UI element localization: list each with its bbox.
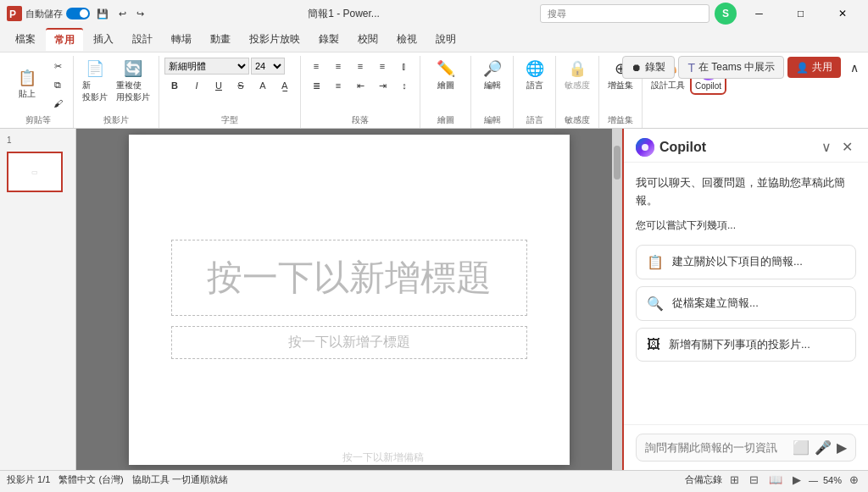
copilot-send-button[interactable]: ▶ (837, 439, 847, 456)
font-row2: B I U S A A̲ (164, 77, 295, 94)
ribbon-group-paragraph: ≡ ≡ ≡ ≡ ⫿ ≣ ≡ ⇤ ⇥ ↕ 段落 (301, 56, 420, 128)
copilot-input[interactable] (645, 441, 787, 454)
language-button[interactable]: 🌐 語言 (519, 58, 550, 94)
tab-record[interactable]: 錄製 (310, 29, 348, 50)
suggestion-text-1: 從檔案建立簡報... (672, 296, 759, 311)
vertical-scrollbar[interactable] (612, 129, 622, 470)
search-input[interactable] (540, 4, 709, 23)
slide-canvas[interactable]: 按一下以新增標題 按一下以新增子標題 (129, 135, 570, 465)
suggestion-item-0[interactable]: 📋 建立關於以下項目的簡報... (636, 245, 856, 279)
window-title: 簡報1 - Power... (153, 7, 535, 21)
columns-button[interactable]: ⫿ (394, 58, 415, 75)
copilot-mic-button[interactable]: 🎤 (815, 439, 832, 456)
format-painter-button[interactable]: 🖌 (47, 95, 68, 112)
editing-button[interactable]: 🔎 編輯 (476, 58, 508, 94)
scroll-thumb[interactable] (614, 146, 620, 180)
teams-button[interactable]: T 在 Teams 中展示 (678, 56, 784, 79)
slideshow-button[interactable]: ▶ (790, 473, 804, 487)
indent-increase-button[interactable]: ⇥ (372, 77, 392, 94)
reading-view-button[interactable]: 📖 (766, 473, 785, 487)
line-spacing-button[interactable]: ↕ (394, 77, 415, 94)
notes-label: 合備忘錄 (685, 473, 722, 486)
copilot-attach-button[interactable]: ⬜ (793, 439, 810, 456)
notes-placeholder[interactable]: 按一下以新增備稿 (161, 451, 605, 465)
drawing-button[interactable]: ✏️ 繪圖 (426, 58, 465, 94)
align-left-button[interactable]: ≡ (306, 58, 326, 75)
indent-decrease-button[interactable]: ⇤ (350, 77, 370, 94)
undo-button[interactable]: ↩ (115, 7, 130, 21)
app-icon: P (7, 6, 22, 21)
svg-point-5 (642, 144, 648, 151)
slides-row: 📄 新投影片 🔄 重複使用投影片 (79, 58, 153, 106)
italic-button[interactable]: I (186, 77, 207, 94)
cut-button[interactable]: ✂ (47, 58, 68, 75)
normal-view-button[interactable]: ⊞ (727, 473, 742, 487)
new-slide-button[interactable]: 📄 新投影片 (79, 58, 111, 106)
ribbon-group-clipboard: 📋 貼上 ✂ ⧉ 🖌 剪貼等 (3, 56, 74, 128)
tab-home[interactable]: 常用 (46, 28, 83, 51)
bold-button[interactable]: B (164, 77, 185, 94)
font-name-select[interactable]: 新細明體 (164, 58, 249, 75)
paste-icon: 📋 (18, 69, 36, 88)
copilot-body: 我可以聊天、回覆問題，並協助您草稿此簡報。 您可以嘗試下列幾項... 📋 建立關… (624, 163, 868, 424)
redo-button[interactable]: ↪ (133, 7, 147, 21)
autosave-switch[interactable] (66, 8, 90, 19)
user-avatar[interactable]: S (715, 3, 737, 25)
font-color-button[interactable]: A (253, 77, 273, 94)
paragraph-label: 段落 (301, 114, 420, 126)
text-highlight-button[interactable]: A̲ (275, 77, 295, 94)
slide-thumb-text: ▭ (31, 169, 38, 176)
justify-button[interactable]: ≡ (372, 58, 392, 75)
maximize-button[interactable]: □ (782, 0, 820, 27)
paste-button[interactable]: 📋 貼上 (8, 67, 46, 103)
share-icon: 👤 (796, 62, 809, 74)
copilot-close-button[interactable]: ✕ (838, 137, 856, 157)
close-button[interactable]: ✕ (823, 0, 861, 27)
minimize-button[interactable]: ─ (740, 0, 778, 27)
sensitivity-button[interactable]: 🔒 敏感度 (561, 58, 593, 94)
tab-help[interactable]: 說明 (427, 29, 465, 50)
tab-design[interactable]: 設計 (124, 29, 161, 50)
copilot-collapse-button[interactable]: ∨ (818, 137, 835, 157)
reuse-slide-button[interactable]: 🔄 重複使用投影片 (113, 58, 153, 106)
tab-animations[interactable]: 動畫 (202, 29, 239, 50)
underline-button[interactable]: U (209, 77, 229, 94)
para-row1: ≡ ≡ ≡ ≡ ⫿ (306, 58, 415, 75)
suggestion-item-1[interactable]: 🔍 從檔案建立簡報... (636, 286, 856, 321)
collapse-ribbon-button[interactable]: ∧ (844, 59, 865, 76)
zoom-fit-button[interactable]: ⊕ (847, 473, 861, 487)
ribbon-group-sensitivity: 🔒 敏感度 敏感度 (556, 56, 599, 128)
tab-file[interactable]: 檔案 (7, 29, 44, 50)
tab-transitions[interactable]: 轉場 (163, 29, 200, 50)
save-button[interactable]: 💾 (93, 7, 112, 21)
ribbon-toolbar: 📋 貼上 ✂ ⧉ 🖌 剪貼等 📄 新投影片 🔄 重複使用投影片 投影片 (0, 53, 868, 129)
ribbon-group-editing: 🔎 編輯 編輯 (471, 56, 514, 128)
editing-icon: 🔎 (483, 60, 502, 79)
suggestion-icon-0: 📋 (647, 254, 664, 270)
svg-text:P: P (9, 8, 16, 20)
main-area: 1 ▭ 按一下以新增標題 按一下以新增子標題 按一下以新增備稿 (0, 129, 868, 470)
slide-title-placeholder[interactable]: 按一下以新增標題 (171, 240, 527, 316)
align-right-button[interactable]: ≡ (350, 58, 370, 75)
tab-insert[interactable]: 插入 (85, 29, 122, 50)
record-button[interactable]: ⏺ 錄製 (622, 56, 675, 79)
share-button[interactable]: 👤 共用 (787, 57, 841, 78)
copilot-header: Copilot ∨ ✕ (624, 129, 868, 163)
strikethrough-button[interactable]: S (231, 77, 251, 94)
slide-subtitle-placeholder[interactable]: 按一下以新增子標題 (171, 326, 527, 359)
tab-slideshow[interactable]: 投影片放映 (241, 29, 309, 50)
numbering-button[interactable]: ≡ (328, 77, 348, 94)
tab-review[interactable]: 校閱 (349, 29, 387, 50)
font-size-select[interactable]: 24 (251, 58, 285, 75)
slide-thumbnail[interactable]: ▭ (7, 152, 63, 192)
slide-sorter-button[interactable]: ⊟ (747, 473, 761, 487)
suggestion-item-2[interactable]: 🖼 新增有關下列事項的投影片... (636, 328, 856, 362)
copy-button[interactable]: ⧉ (47, 76, 68, 93)
bullets-button[interactable]: ≣ (306, 77, 326, 94)
window-controls: S ─ □ ✕ (715, 0, 861, 27)
para-row2: ≣ ≡ ⇤ ⇥ ↕ (306, 77, 415, 94)
align-center-button[interactable]: ≡ (328, 58, 348, 75)
slide-number: 1 (7, 135, 69, 145)
tab-view[interactable]: 檢視 (388, 29, 426, 50)
slides-label: 投影片 (74, 114, 159, 126)
